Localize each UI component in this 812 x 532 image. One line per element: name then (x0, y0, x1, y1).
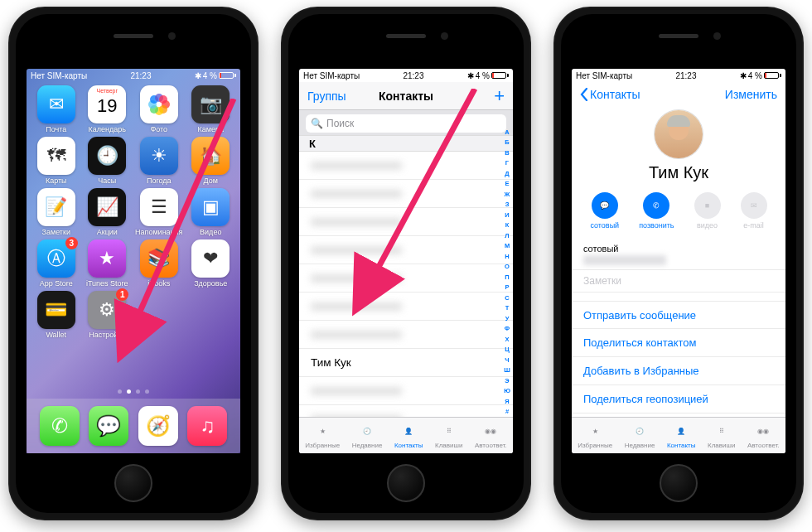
contact-row[interactable] (299, 377, 513, 405)
tab-icon: 🕘 (358, 423, 376, 441)
app-weather[interactable]: ☀︎Погода (135, 137, 182, 185)
tab-3[interactable]: ⠿Клавиши (708, 423, 735, 449)
app-wallet[interactable]: 💳Wallet (33, 291, 80, 339)
app-cal[interactable]: Четверг19Календарь (85, 85, 131, 133)
home-button[interactable] (660, 464, 698, 502)
tab-icon: ★ (313, 423, 331, 441)
notes-field[interactable]: Заметки (572, 270, 785, 293)
app-label: Здоровье (194, 279, 227, 288)
app-label: iTunes Store (86, 279, 128, 288)
tab-1[interactable]: 🕘Недавние (352, 423, 383, 449)
app-label: Видео (200, 228, 221, 236)
tab-0[interactable]: ★Избранные (305, 423, 340, 449)
action-call[interactable]: ✆позвонить (639, 192, 674, 230)
app-itunes[interactable]: ★iTunes Store (85, 239, 131, 288)
contact-row[interactable] (299, 180, 513, 208)
homescreen: Нет SIM-карты 21:23 ✱4 % ✉︎ПочтаЧетверг1… (27, 69, 240, 453)
tab-0[interactable]: ★Избранные (578, 423, 612, 449)
tab-2[interactable]: 👤Контакты (394, 423, 423, 449)
contact-avatar[interactable] (655, 110, 703, 158)
back-button[interactable]: Контакты (580, 88, 640, 101)
action-msg[interactable]: 💬сотовый (590, 192, 619, 230)
app-video[interactable]: ▣Видео (187, 188, 234, 236)
app-remind[interactable]: ☰Напоминания (135, 188, 182, 236)
mail-icon: ✉︎ (37, 85, 75, 123)
contact-row[interactable] (299, 152, 513, 180)
contact-row[interactable] (299, 321, 513, 349)
groups-button[interactable]: Группы (307, 89, 346, 103)
app-label: Карты (46, 177, 67, 185)
page-indicator[interactable] (27, 389, 240, 394)
action-row-3[interactable]: Поделиться геопозицией (572, 385, 785, 414)
video-icon: ▣ (191, 188, 230, 226)
wallet-icon: 💳 (37, 291, 75, 329)
app-home[interactable]: 🏠Дом (187, 137, 234, 185)
action-row-2[interactable]: Добавить в Избранные (572, 357, 785, 385)
tab-1[interactable]: 🕘Недавние (625, 423, 655, 449)
add-contact-button[interactable]: + (494, 87, 505, 105)
contact-row[interactable] (299, 264, 513, 293)
app-settings[interactable]: ⚙︎1Настройки (85, 291, 131, 339)
msg-icon: 💬 (592, 192, 618, 219)
itunes-icon: ★ (88, 239, 126, 278)
edit-button[interactable]: Изменить (725, 88, 777, 101)
home-button[interactable] (114, 464, 152, 502)
app-health[interactable]: ❤︎Здоровье (187, 239, 234, 288)
app-maps[interactable]: 🗺Карты (33, 137, 80, 185)
stock-icon: 📈 (88, 188, 126, 226)
app-notes[interactable]: 📝Заметки (33, 188, 80, 236)
maps-icon: 🗺 (37, 137, 75, 175)
call-icon: ✆ (643, 192, 669, 219)
tab-3[interactable]: ⠿Клавиши (435, 423, 462, 449)
app-photo[interactable]: Фото (135, 85, 182, 133)
dock-app-safari[interactable]: 🧭 (138, 406, 178, 446)
clock-label: 21:23 (130, 71, 151, 80)
section-header: К (299, 135, 513, 152)
action-row-0[interactable]: Отправить сообщение (572, 301, 785, 329)
status-bar: Нет SIM-карты 21:23 ✱4 % (27, 69, 240, 82)
action-vid: ■видео (694, 192, 721, 230)
tab-2[interactable]: 👤Контакты (667, 423, 696, 449)
action-row-1[interactable]: Поделиться контактом (572, 329, 785, 357)
dock-app-msg[interactable]: 💬 (89, 406, 128, 446)
index-bar[interactable]: АБВГДЕЖЗИКЛМНОПРСТУФXЦЧШЭЮЯ# (502, 127, 512, 417)
tab-icon: ◉◉ (481, 423, 500, 441)
contact-row[interactable] (299, 293, 513, 321)
app-label: Настройки (89, 331, 125, 339)
tab-icon: ⠿ (713, 423, 731, 441)
dock-app-music[interactable]: ♫ (187, 406, 227, 446)
app-label: Календарь (89, 125, 126, 133)
search-bar[interactable]: 🔍Поиск (299, 110, 513, 135)
app-label: Камера (198, 125, 224, 133)
ibooks-icon: 📚 (140, 239, 178, 278)
photo-icon (140, 85, 178, 123)
app-label: Wallet (46, 331, 66, 339)
contacts-list[interactable]: Тим Кук (299, 152, 513, 435)
app-label: Дом (204, 177, 218, 185)
app-clock[interactable]: 🕘Часы (85, 137, 131, 185)
dock-app-phone[interactable]: ✆ (40, 406, 80, 446)
tab-icon: 🕘 (631, 423, 649, 441)
app-label: Акции (97, 228, 118, 236)
tab-4[interactable]: ◉◉Автоответ. (747, 423, 780, 449)
badge: 3 (65, 237, 78, 249)
clock-icon: 🕘 (88, 137, 126, 175)
nav-bar: Группы Контакты + (299, 82, 513, 110)
home-button[interactable] (387, 464, 425, 502)
app-appstore[interactable]: Ⓐ3App Store (33, 239, 80, 288)
app-label: App Store (40, 279, 73, 288)
tab-4[interactable]: ◉◉Автоответ. (475, 423, 507, 449)
app-stock[interactable]: 📈Акции (85, 188, 131, 236)
badge: 1 (116, 288, 128, 301)
contact-row[interactable] (299, 208, 513, 236)
app-ibooks[interactable]: 📚iBooks (135, 239, 182, 288)
app-cam[interactable]: 📷Камера (187, 85, 234, 133)
app-label: Напоминания (135, 228, 182, 236)
contact-row[interactable] (299, 236, 513, 264)
app-label: Погода (147, 177, 172, 185)
app-mail[interactable]: ✉︎Почта (33, 85, 80, 133)
tab-icon: ⠿ (440, 423, 458, 441)
contact-row[interactable]: Тим Кук (299, 349, 513, 377)
phone-field[interactable]: сотовый (572, 239, 785, 270)
phone-homescreen: Нет SIM-карты 21:23 ✱4 % ✉︎ПочтаЧетверг1… (8, 7, 259, 520)
